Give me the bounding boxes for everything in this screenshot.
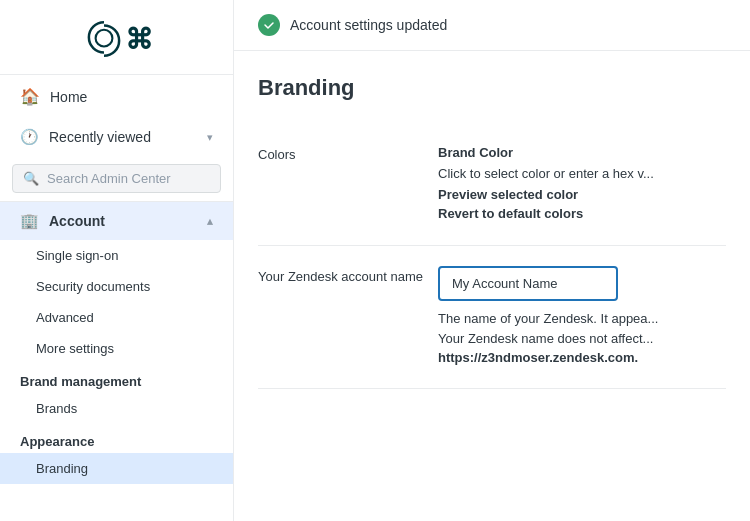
- account-name-content: The name of your Zendesk. It appea... Yo…: [438, 266, 726, 368]
- account-section-label: Account: [49, 213, 105, 229]
- colors-label: Colors: [258, 145, 438, 162]
- colors-settings-row: Colors Brand Color Click to select color…: [258, 125, 726, 246]
- main-content: Account settings updated Branding Colors…: [234, 0, 750, 521]
- search-container: 🔍: [0, 156, 233, 202]
- brand-color-hint: Click to select color or enter a hex v..…: [438, 166, 726, 181]
- home-label: Home: [50, 89, 87, 105]
- sidebar-item-sso[interactable]: Single sign-on: [0, 240, 233, 271]
- page-body: Branding Colors Brand Color Click to sel…: [234, 51, 750, 413]
- sidebar-section-account[interactable]: 🏢 Account ▴: [0, 202, 233, 240]
- success-message: Account settings updated: [290, 17, 447, 33]
- appearance-group-label: Appearance: [0, 424, 233, 453]
- sidebar-item-branding[interactable]: Branding: [0, 453, 233, 484]
- recently-viewed-label: Recently viewed: [49, 129, 151, 145]
- clock-icon: 🕐: [20, 128, 39, 146]
- page-title: Branding: [258, 75, 726, 101]
- checkmark-icon: [263, 19, 275, 31]
- sidebar-item-recently-viewed[interactable]: 🕐 Recently viewed ▾: [0, 118, 233, 156]
- sidebar-item-more-settings[interactable]: More settings: [0, 333, 233, 364]
- account-name-input[interactable]: [438, 266, 618, 301]
- account-name-url: https://z3ndmoser.zendesk.com.: [438, 350, 638, 365]
- chevron-down-icon: ▾: [207, 131, 213, 144]
- sidebar-item-security-docs[interactable]: Security documents: [0, 271, 233, 302]
- sidebar-item-home[interactable]: 🏠 Home: [0, 75, 233, 118]
- preview-color-action[interactable]: Preview selected color: [438, 187, 726, 202]
- success-banner: Account settings updated: [234, 0, 750, 51]
- sidebar-logo: ⌘: [0, 0, 233, 75]
- account-name-label: Your Zendesk account name: [258, 266, 438, 286]
- search-input[interactable]: [47, 171, 210, 186]
- brand-color-label: Brand Color: [438, 145, 726, 160]
- sidebar-item-brands[interactable]: Brands: [0, 393, 233, 424]
- zendesk-wordmark: ⌘: [125, 23, 151, 56]
- revert-color-action[interactable]: Revert to default colors: [438, 206, 726, 221]
- colors-content: Brand Color Click to select color or ent…: [438, 145, 726, 225]
- chevron-up-icon: ▴: [207, 215, 213, 228]
- success-icon: [258, 14, 280, 36]
- sidebar-item-advanced[interactable]: Advanced: [0, 302, 233, 333]
- search-icon: 🔍: [23, 171, 39, 186]
- account-name-hint-1: The name of your Zendesk. It appea... Yo…: [438, 309, 726, 368]
- brand-management-group-label: Brand management: [0, 364, 233, 393]
- home-icon: 🏠: [20, 87, 40, 106]
- svg-point-0: [95, 30, 112, 47]
- account-name-settings-row: Your Zendesk account name The name of yo…: [258, 246, 726, 389]
- zendesk-logo-icon: [83, 18, 125, 60]
- sidebar: ⌘ 🏠 Home 🕐 Recently viewed ▾ 🔍 🏢 Account…: [0, 0, 234, 521]
- account-icon: 🏢: [20, 212, 39, 230]
- search-input-wrap: 🔍: [12, 164, 221, 193]
